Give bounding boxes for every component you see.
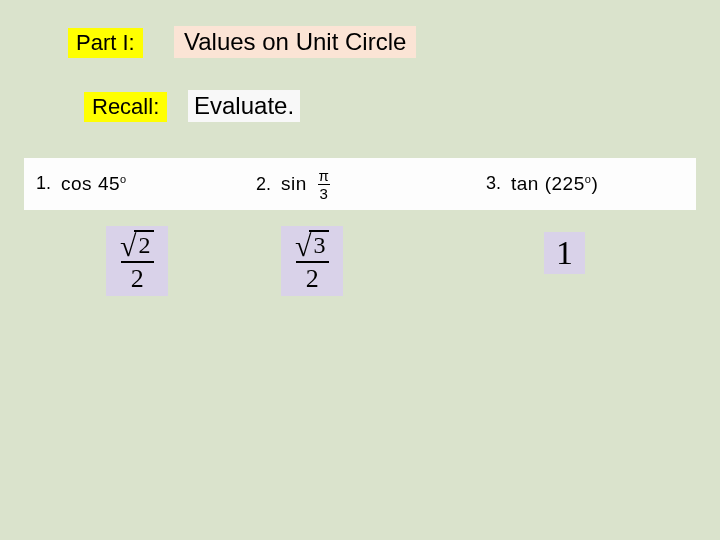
problem-3-arg-open: (225 [545, 173, 585, 194]
slide-title: Values on Unit Circle [174, 26, 416, 58]
problem-3: 3. tan (225o) [486, 173, 598, 195]
answer-1-radicand: 2 [134, 230, 154, 258]
problem-2: 2. sin π 3 [256, 168, 331, 201]
instruction-text: Evaluate. [188, 90, 300, 122]
problem-3-number: 3. [486, 173, 501, 194]
fraction-denominator: 3 [318, 184, 331, 201]
problem-3-arg-close: ) [591, 173, 598, 194]
answer-2: √ 3 2 [281, 226, 343, 296]
fraction-numerator: π [317, 168, 332, 184]
answer-2-radicand: 3 [309, 230, 329, 258]
sqrt-icon: √ 3 [295, 230, 329, 258]
problem-1-func: cos [61, 173, 92, 194]
sqrt-icon: √ 2 [120, 230, 154, 258]
problem-2-expression: sin π 3 [281, 168, 331, 201]
problem-3-func: tan [511, 173, 539, 194]
answer-2-numerator: √ 3 [291, 230, 333, 261]
answer-2-denominator: 2 [296, 261, 329, 292]
problem-2-fraction: π 3 [317, 168, 332, 201]
problem-1-number: 1. [36, 173, 51, 194]
answer-1: √ 2 2 [106, 226, 168, 296]
answer-2-fraction: √ 3 2 [291, 230, 333, 292]
problem-1-arg: 45 [98, 173, 120, 194]
problem-1-expression: cos 45o [61, 173, 127, 195]
problem-1: 1. cos 45o [36, 173, 127, 195]
problems-row: 1. cos 45o 2. sin π 3 3. tan (225o) [24, 158, 696, 210]
problem-2-func: sin [281, 172, 307, 193]
answer-3: 1 [544, 232, 585, 274]
degree-symbol: o [120, 173, 127, 185]
part-label: Part I: [68, 28, 143, 58]
answer-3-value: 1 [556, 234, 573, 271]
problem-2-number: 2. [256, 174, 271, 195]
answer-1-denominator: 2 [121, 261, 154, 292]
answer-1-numerator: √ 2 [116, 230, 158, 261]
recall-label: Recall: [84, 92, 167, 122]
problem-3-expression: tan (225o) [511, 173, 598, 195]
answer-1-fraction: √ 2 2 [116, 230, 158, 292]
